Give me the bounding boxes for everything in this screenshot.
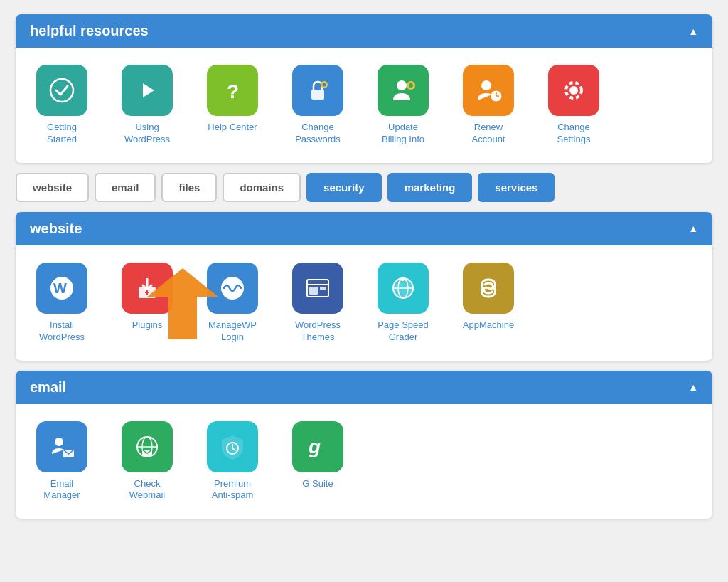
icon-label-change-settings: ChangeSettings	[557, 122, 591, 146]
icon-item-page-speed-grader[interactable]: Page SpeedGrader	[371, 263, 435, 344]
icon-label-g-suite: G Suite	[302, 478, 333, 490]
icon-item-renew-account[interactable]: RenewAccount	[456, 65, 520, 146]
svg-point-12	[409, 83, 413, 88]
icon-box-appmachine	[463, 263, 514, 314]
tab-security[interactable]: security	[306, 173, 382, 202]
icon-label-update-billing-info: UpdateBilling Info	[382, 122, 424, 146]
svg-point-37	[55, 438, 63, 446]
helpful-resources-header: helpful resources ▲	[16, 14, 712, 48]
tab-domains[interactable]: domains	[223, 173, 301, 202]
icon-label-check-webmail: CheckWebmail	[129, 478, 165, 502]
icon-box-email-manager	[36, 421, 87, 472]
icon-item-check-webmail[interactable]: CheckWebmail	[115, 421, 179, 502]
webmail-icon	[133, 433, 161, 461]
managewp-icon	[218, 274, 247, 302]
tab-website[interactable]: website	[16, 173, 89, 202]
icon-label-change-passwords: ChangePasswords	[295, 122, 341, 146]
svg-text:?: ?	[227, 80, 239, 102]
icon-box-change-passwords	[292, 65, 343, 116]
icon-box-help-center: ?	[207, 65, 258, 116]
svg-rect-3	[311, 90, 324, 100]
user-clock-icon	[474, 76, 503, 105]
icon-item-wordpress-themes[interactable]: WordPressThemes	[286, 263, 350, 344]
appmachine-icon	[474, 274, 503, 302]
website-header: website ▲	[16, 212, 712, 245]
antispam-icon	[218, 433, 247, 461]
icon-box-change-settings	[548, 65, 599, 116]
svg-rect-28	[309, 287, 318, 295]
email-chevron[interactable]: ▲	[688, 381, 698, 393]
website-panel: website ▲ W InstallWordPress	[16, 212, 712, 361]
helpful-resources-body: GettingStarted UsingWordPress ? Hel	[16, 48, 712, 163]
icon-item-getting-started[interactable]: GettingStarted	[30, 65, 94, 146]
icon-box-premium-anti-spam	[207, 421, 258, 472]
speed-icon	[389, 274, 417, 302]
icon-item-help-center[interactable]: ? Help Center	[200, 65, 264, 146]
svg-point-13	[481, 80, 491, 90]
gsuite-icon: g	[304, 433, 332, 461]
svg-point-0	[50, 79, 73, 102]
icon-label-wordpress-themes: WordPressThemes	[295, 319, 341, 344]
tab-marketing[interactable]: marketing	[387, 173, 473, 202]
helpful-resources-chevron[interactable]: ▲	[688, 26, 698, 37]
main-container: helpful resources ▲ GettingStarted	[16, 14, 712, 519]
icon-box-plugins	[122, 263, 173, 314]
user-gear-icon	[389, 76, 417, 105]
icon-item-managewp-login[interactable]: ManageWPLogin	[200, 263, 264, 344]
icon-label-premium-anti-spam: PremiumAnti-spam	[212, 478, 254, 502]
svg-text:g: g	[308, 435, 321, 457]
email-body: EmailManager CheckWebmail	[16, 404, 712, 519]
icon-item-using-wordpress[interactable]: UsingWordPress	[115, 65, 179, 146]
website-body: W InstallWordPress	[16, 245, 712, 361]
icon-box-g-suite: g	[292, 421, 343, 472]
website-chevron[interactable]: ▲	[688, 223, 698, 234]
icon-box-update-billing-info	[378, 65, 429, 116]
icon-box-check-webmail	[122, 421, 173, 472]
icon-box-install-wordpress: W	[36, 263, 87, 314]
tab-files[interactable]: files	[161, 173, 217, 202]
icon-label-install-wordpress: InstallWordPress	[39, 319, 85, 344]
icon-label-getting-started: GettingStarted	[47, 122, 77, 146]
wp-themes-icon	[304, 274, 332, 302]
email-title: email	[30, 379, 66, 396]
tab-email[interactable]: email	[95, 173, 156, 202]
icon-label-page-speed-grader: Page SpeedGrader	[378, 319, 429, 344]
icon-label-plugins: Plugins	[132, 319, 163, 332]
svg-point-5	[323, 83, 326, 87]
icon-item-change-passwords[interactable]: ChangePasswords	[286, 65, 350, 146]
plugins-icon	[133, 274, 161, 302]
icon-item-update-billing-info[interactable]: UpdateBilling Info	[371, 65, 435, 146]
question-icon: ?	[218, 76, 247, 105]
svg-point-10	[397, 80, 407, 90]
icon-box-managewp-login	[207, 263, 258, 314]
lock-gear-icon	[304, 76, 332, 105]
icon-label-email-manager: EmailManager	[43, 478, 80, 502]
icon-item-install-wordpress[interactable]: W InstallWordPress	[30, 263, 94, 344]
icon-item-g-suite[interactable]: g G Suite	[286, 421, 350, 502]
icon-box-renew-account	[463, 65, 514, 116]
svg-text:W: W	[53, 280, 67, 296]
gear-icon	[560, 76, 588, 105]
icon-item-premium-anti-spam[interactable]: PremiumAnti-spam	[200, 421, 264, 502]
tab-bar: website email files domains security mar…	[16, 173, 712, 202]
icon-box-using-wordpress	[122, 65, 173, 116]
email-header: email ▲	[16, 371, 712, 404]
icon-item-change-settings[interactable]: ChangeSettings	[542, 65, 606, 146]
icon-item-appmachine[interactable]: AppMachine	[456, 263, 520, 344]
svg-point-17	[569, 86, 578, 95]
icon-label-managewp-login: ManageWPLogin	[208, 319, 257, 344]
icon-label-help-center: Help Center	[208, 122, 257, 134]
icon-label-appmachine: AppMachine	[463, 319, 514, 332]
svg-marker-1	[143, 83, 154, 97]
icon-item-email-manager[interactable]: EmailManager	[30, 421, 94, 502]
icon-box-getting-started	[36, 65, 87, 116]
svg-rect-29	[320, 287, 326, 290]
checkmark-icon	[48, 76, 76, 105]
email-panel: email ▲ EmailManager	[16, 371, 712, 519]
play-icon	[133, 76, 161, 105]
icon-item-plugins[interactable]: Plugins	[115, 263, 179, 344]
icon-box-page-speed-grader	[378, 263, 429, 314]
helpful-resources-panel: helpful resources ▲ GettingStarted	[16, 14, 712, 163]
tab-services[interactable]: services	[478, 173, 555, 202]
icon-box-wordpress-themes	[292, 263, 343, 314]
